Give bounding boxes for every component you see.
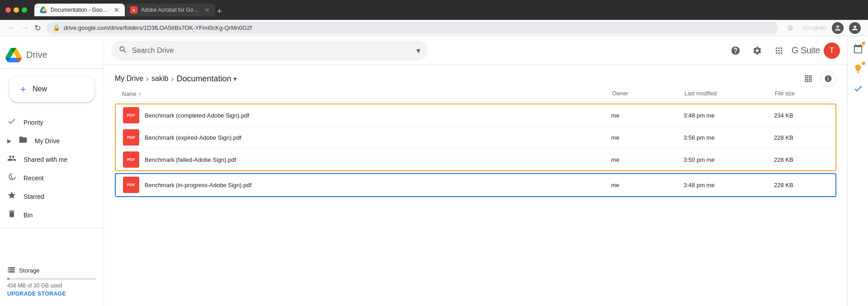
breadcrumb-dropdown-icon[interactable]: ▾ — [233, 75, 237, 83]
profile-menu-button[interactable] — [849, 22, 861, 34]
file-size-4: 228 KB — [774, 182, 828, 188]
breadcrumb-current-label: Documentation — [176, 74, 231, 84]
sidebar-item-priority[interactable]: Priority — [0, 113, 98, 132]
sidebar-item-priority-label: Priority — [24, 119, 43, 126]
sidebar-item-bin[interactable]: Bin — [0, 206, 98, 224]
bin-icon — [7, 209, 16, 221]
lock-icon: 🔒 — [53, 24, 60, 31]
sidebar-item-my-drive-label: My Drive — [35, 137, 60, 145]
storage-bar-fill — [7, 278, 9, 280]
file-row-4[interactable]: PDF Benchmark (in-progress-Adobe Sign).p… — [116, 174, 835, 196]
reload-button[interactable]: ↻ — [34, 23, 41, 33]
file-list: Name ↑ Owner Last modified File size PDF… — [104, 87, 847, 306]
storage-bar-background — [7, 278, 96, 280]
apps-button[interactable] — [770, 42, 788, 60]
recent-icon — [7, 172, 16, 184]
search-dropdown-icon[interactable]: ▾ — [416, 46, 420, 56]
acrobat-tab-close-icon[interactable]: ✕ — [204, 6, 210, 14]
browser-chrome: Documentation - Google Drive ✕ A Adobe A… — [0, 0, 868, 20]
calendar-button[interactable] — [849, 40, 867, 58]
file-row-3[interactable]: PDF Benchmark (failed-Adobe Sign).pdf me… — [116, 149, 835, 170]
sidebar-item-recent-label: Recent — [24, 174, 43, 182]
user-avatar[interactable]: T — [824, 42, 840, 59]
acrobat-tab-title: Adobe Acrobat for Google Dri... — [141, 7, 199, 13]
search-icon — [118, 45, 127, 56]
file-name-2: Benchmark (expired-Adobe Sign).pdf — [145, 134, 241, 141]
bookmark-icon[interactable]: ☆ — [787, 24, 793, 32]
grid-view-button[interactable] — [800, 71, 816, 87]
file-list-header: Name ↑ Owner Last modified File size — [115, 87, 836, 102]
pdf-icon-2: PDF — [123, 129, 139, 146]
search-placeholder: Search Drive — [132, 47, 412, 55]
address-bar: ← → ↻ 🔒 drive.google.com/drive/folders/1… — [0, 20, 868, 36]
drive-tab-close-icon[interactable]: ✕ — [114, 6, 119, 14]
sort-icon[interactable]: ↑ — [138, 90, 142, 98]
close-window-button[interactable] — [5, 7, 11, 13]
orange-selection-group: PDF Benchmark (completed-Adobe Sign).pdf… — [115, 104, 836, 171]
new-tab-button[interactable]: + — [217, 7, 222, 16]
file-row-1[interactable]: PDF Benchmark (completed-Adobe Sign).pdf… — [116, 104, 835, 127]
sidebar-item-shared[interactable]: Shared with me — [0, 150, 98, 169]
keep-notes-button[interactable] — [849, 60, 867, 78]
calendar-badge — [862, 42, 865, 45]
traffic-lights — [5, 7, 27, 13]
breadcrumb-separator-2: › — [171, 74, 174, 84]
modified-column-header: Last modified — [684, 90, 775, 98]
sidebar-item-my-drive[interactable]: ▶ My Drive — [0, 132, 98, 150]
file-row-2[interactable]: PDF Benchmark (expired-Adobe Sign).pdf m… — [116, 127, 835, 149]
storage-label-text: Storage — [19, 267, 40, 274]
shared-icon — [7, 154, 16, 165]
file-modified-2: 3:56 pm me — [684, 134, 774, 141]
file-modified-1: 3:48 pm me — [684, 112, 774, 119]
breadcrumb: My Drive › sakib › Documentation ▾ — [115, 74, 237, 84]
plus-icon: ＋ — [18, 82, 28, 96]
back-button[interactable]: ← — [7, 23, 15, 33]
file-size-1: 234 KB — [774, 112, 828, 119]
priority-icon — [7, 117, 16, 128]
minimize-window-button[interactable] — [14, 7, 19, 13]
breadcrumb-current: Documentation ▾ — [176, 74, 236, 84]
svg-point-0 — [854, 25, 856, 28]
file-modified-4: 3:48 pm me — [684, 182, 774, 188]
settings-button[interactable] — [748, 42, 766, 60]
file-owner-1: me — [611, 112, 684, 119]
file-size-2: 228 KB — [774, 134, 828, 141]
blue-selection-group: PDF Benchmark (in-progress-Adobe Sign).p… — [115, 173, 836, 197]
browser-controls: Incognito — [802, 22, 861, 34]
breadcrumb-root[interactable]: My Drive — [115, 75, 143, 83]
sidebar-item-starred[interactable]: Starred — [0, 187, 98, 206]
name-column-header: Name — [122, 91, 137, 97]
main-content: Search Drive ▾ G Suite T My Drive — [104, 36, 847, 306]
sidebar-item-starred-label: Starred — [24, 193, 44, 200]
info-button[interactable] — [820, 71, 836, 87]
breadcrumb-middle[interactable]: sakib — [151, 75, 168, 83]
pdf-icon-1: PDF — [123, 107, 139, 123]
drive-logo-area: Drive — [5, 47, 47, 63]
search-bar[interactable]: Search Drive ▾ — [111, 41, 428, 61]
tab-drive[interactable]: Documentation - Google Drive ✕ — [34, 4, 125, 16]
my-drive-icon — [19, 135, 28, 146]
new-button[interactable]: ＋ New — [9, 76, 94, 102]
my-drive-arrow-icon: ▶ — [7, 138, 11, 144]
sidebar-item-shared-label: Shared with me — [24, 156, 67, 163]
tasks-button[interactable] — [849, 80, 867, 98]
acrobat-favicon-icon: A — [130, 6, 137, 14]
browser-tabs: Documentation - Google Drive ✕ A Adobe A… — [34, 4, 863, 16]
upgrade-storage-link[interactable]: UPGRADE STORAGE — [7, 291, 96, 297]
file-name-1: Benchmark (completed-Adobe Sign).pdf — [145, 112, 249, 119]
storage-icon — [7, 266, 15, 275]
tab-acrobat[interactable]: A Adobe Acrobat for Google Dri... ✕ — [125, 4, 215, 16]
incognito-avatar[interactable] — [832, 22, 844, 34]
maximize-window-button[interactable] — [22, 7, 27, 13]
app-container: Drive ＋ New Priority ▶ My Drive — [0, 36, 868, 306]
address-input[interactable]: 🔒 drive.google.com/drive/folders/1D3fLOA… — [47, 22, 778, 34]
notes-badge — [862, 61, 865, 65]
right-sidebar — [847, 36, 868, 306]
sidebar-item-recent[interactable]: Recent — [0, 169, 98, 187]
storage-section: Storage 458 MB of 30 GB used UPGRADE STO… — [0, 260, 104, 302]
help-button[interactable] — [726, 42, 745, 60]
forward-button[interactable]: → — [21, 23, 29, 33]
file-owner-3: me — [611, 156, 684, 163]
file-size-3: 228 KB — [774, 156, 828, 163]
sidebar: Drive ＋ New Priority ▶ My Drive — [0, 36, 104, 306]
